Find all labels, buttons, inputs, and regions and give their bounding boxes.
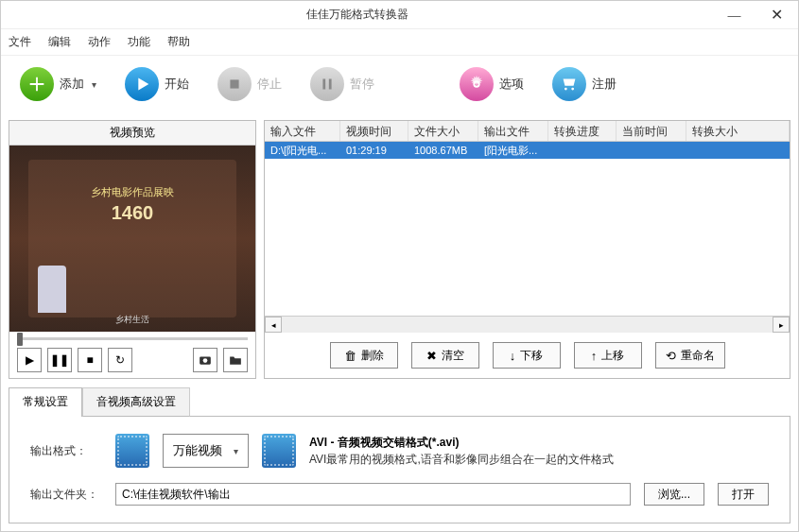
- rename-button[interactable]: ⟲重命名: [655, 342, 725, 369]
- menu-function[interactable]: 功能: [128, 34, 150, 50]
- output-format-label: 输出格式：: [30, 443, 102, 459]
- folder-btn[interactable]: [223, 348, 248, 372]
- menu-action[interactable]: 动作: [88, 34, 111, 50]
- tab-advanced[interactable]: 音视频高级设置: [82, 387, 190, 417]
- h-scrollbar[interactable]: ◂ ▸: [265, 316, 790, 333]
- preview-header: 视频预览: [9, 121, 255, 146]
- pause-btn[interactable]: ❚❚: [47, 348, 72, 372]
- tab-general[interactable]: 常规设置: [9, 387, 82, 417]
- close-button[interactable]: ✕: [756, 1, 798, 29]
- move-down-button[interactable]: ↓下移: [493, 342, 561, 369]
- register-button[interactable]: 注册: [552, 67, 617, 101]
- format-description: AVI - 音频视频交错格式(*.avi) AVI最常用的视频格式,语音和影像同…: [309, 434, 614, 468]
- add-button[interactable]: 添加 ▾: [20, 67, 96, 101]
- pause-button[interactable]: 暂停: [310, 67, 374, 101]
- stop-icon: [217, 67, 252, 101]
- pause-icon: [310, 67, 344, 101]
- minimize-button[interactable]: —: [713, 1, 756, 29]
- browse-button[interactable]: 浏览...: [644, 483, 704, 506]
- caret-down-icon: ▾: [92, 79, 96, 90]
- video-preview[interactable]: 乡村电影作品展映 1460 乡村生活: [9, 146, 255, 332]
- window-title: 佳佳万能格式转换器: [1, 7, 713, 23]
- output-folder-label: 输出文件夹：: [30, 487, 102, 503]
- stop-button[interactable]: 停止: [217, 67, 282, 101]
- delete-button[interactable]: 🗑删除: [330, 342, 398, 369]
- svg-point-5: [203, 358, 208, 363]
- seek-slider[interactable]: [17, 337, 248, 340]
- svg-rect-1: [322, 79, 325, 90]
- cart-icon: [552, 67, 586, 101]
- play-icon: [125, 67, 159, 101]
- table-header: 输入文件 视频时间 文件大小 输出文件 转换进度 当前时间 转换大小: [265, 121, 790, 142]
- stop-btn[interactable]: ■: [78, 348, 102, 372]
- menu-file[interactable]: 文件: [9, 34, 31, 50]
- open-button[interactable]: 打开: [718, 483, 769, 506]
- menu-help[interactable]: 帮助: [167, 34, 190, 50]
- x-icon: ✖: [426, 349, 437, 363]
- svg-rect-0: [230, 79, 238, 88]
- svg-rect-2: [329, 79, 332, 90]
- snapshot-btn[interactable]: [193, 348, 217, 372]
- options-button[interactable]: 选项: [460, 67, 524, 101]
- clear-button[interactable]: ✖清空: [411, 342, 479, 369]
- rename-icon: ⟲: [666, 349, 676, 363]
- arrow-up-icon: ↑: [591, 349, 598, 363]
- start-button[interactable]: 开始: [125, 67, 189, 101]
- play-btn[interactable]: ▶: [17, 348, 42, 372]
- table-row[interactable]: D:\[阳光电... 01:29:19 1008.67MB [阳光电影...: [265, 142, 790, 159]
- scroll-left-icon[interactable]: ◂: [265, 317, 282, 333]
- caret-down-icon: ▾: [234, 446, 238, 456]
- loop-btn[interactable]: ↻: [108, 348, 132, 372]
- format-select[interactable]: 万能视频 ▾: [163, 434, 249, 468]
- move-up-button[interactable]: ↑上移: [574, 342, 642, 369]
- film-icon: [262, 434, 296, 468]
- gear-icon: [460, 67, 494, 101]
- menu-edit[interactable]: 编辑: [48, 34, 71, 50]
- scroll-right-icon[interactable]: ▸: [773, 317, 790, 333]
- output-path-input[interactable]: [115, 483, 631, 506]
- trash-icon: 🗑: [344, 349, 356, 363]
- film-icon: [115, 434, 149, 468]
- arrow-down-icon: ↓: [510, 349, 516, 363]
- plus-icon: [20, 67, 54, 101]
